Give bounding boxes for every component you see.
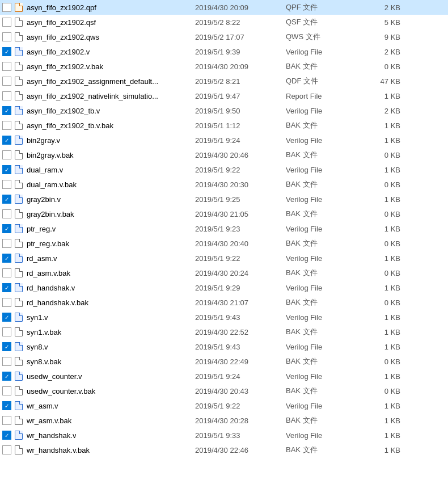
table-row[interactable]: asyn_fifo_zx1902.qws2019/5/2 17:07QWS 文件… [0,30,448,44]
table-row[interactable]: asyn_fifo_zx1902_assignment_default...20… [0,74,448,89]
file-checkbox[interactable] [2,62,11,71]
table-row[interactable]: ✓bin2gray.v2019/5/1 9:24Verilog File1 KB [0,133,448,148]
file-checkbox[interactable]: ✓ [2,47,11,56]
file-type: Verilog File [286,402,360,410]
table-row[interactable]: rd_asm.v.bak2019/4/30 20:24BAK 文件0 KB [0,266,448,280]
file-checkbox[interactable] [2,18,11,27]
file-checkbox[interactable]: ✓ [2,136,11,145]
file-size: 2 KB [360,48,405,56]
table-row[interactable]: asyn_fifo_zx1902.qpf2019/4/30 20:09QPF 文… [0,0,448,15]
file-checkbox[interactable]: ✓ [2,224,11,233]
file-type: Verilog File [286,225,360,233]
file-checkbox[interactable]: ✓ [2,313,11,322]
file-checkbox[interactable]: ✓ [2,254,11,263]
table-row[interactable]: ✓asyn_fifo_zx1902.v2019/5/1 9:39Verilog … [0,44,448,59]
file-name-col: asyn_fifo_zx1902_nativelink_simulatio... [2,91,195,101]
file-name: syn8.v [27,343,48,351]
file-name-col: wr_handshak.v.bak [2,445,195,455]
file-date: 2019/4/30 22:46 [195,446,286,454]
table-row[interactable]: wr_asm.v.bak2019/4/30 20:28BAK 文件1 KB [0,413,448,428]
file-checkbox[interactable]: ✓ [2,372,11,381]
file-checkbox[interactable] [2,268,11,277]
file-checkbox[interactable]: ✓ [2,106,11,115]
file-date: 2019/5/2 17:07 [195,33,286,41]
file-checkbox[interactable] [2,32,11,41]
file-type: Verilog File [286,195,360,204]
table-row[interactable]: ✓ptr_reg.v2019/5/1 9:23Verilog File1 KB [0,221,448,236]
table-row[interactable]: ✓rd_handshak.v2019/5/1 9:29Verilog File1… [0,280,448,295]
table-row[interactable]: syn8.v.bak2019/4/30 22:49BAK 文件0 KB [0,354,448,369]
file-size: 1 KB [360,225,405,233]
file-name-col: ✓asyn_fifo_zx1902_tb.v [2,106,195,116]
file-checkbox[interactable]: ✓ [2,431,11,440]
table-row[interactable]: ✓rd_asm.v2019/5/1 9:22Verilog File1 KB [0,251,448,266]
file-date: 2019/4/30 22:49 [195,357,286,366]
file-checkbox[interactable] [2,121,11,130]
table-row[interactable]: ✓asyn_fifo_zx1902_tb.v2019/5/1 9:50Veril… [0,103,448,118]
file-checkbox[interactable]: ✓ [2,401,11,410]
file-checkbox[interactable] [2,327,11,336]
file-checkbox[interactable]: ✓ [2,283,11,292]
file-checkbox[interactable]: ✓ [2,165,11,174]
file-icon [14,238,24,249]
file-size: 9 KB [360,33,405,41]
file-date: 2019/4/30 20:09 [195,3,286,12]
table-row[interactable]: ptr_reg.v.bak2019/4/30 20:40BAK 文件0 KB [0,236,448,251]
table-row[interactable]: dual_ram.v.bak2019/4/30 20:30BAK 文件0 KB [0,177,448,192]
file-checkbox[interactable] [2,77,11,86]
table-row[interactable]: ✓dual_ram.v2019/5/1 9:22Verilog File1 KB [0,162,448,177]
file-icon [14,342,24,352]
file-checkbox[interactable] [2,91,11,100]
file-name: rd_handshak.v [27,284,75,292]
table-row[interactable]: asyn_fifo_zx1902.qsf2019/5/2 8:22QSF 文件5… [0,15,448,30]
table-row[interactable]: ✓gray2bin.v2019/5/1 9:25Verilog File1 KB [0,192,448,207]
file-checkbox[interactable] [2,386,11,395]
file-size: 1 KB [360,446,405,454]
file-type: BAK 文件 [286,297,360,308]
file-name: syn1.v [27,313,48,322]
file-checkbox[interactable] [2,209,11,218]
table-row[interactable]: ✓usedw_counter.v2019/5/1 9:24Verilog Fil… [0,369,448,384]
file-date: 2019/5/1 9:22 [195,166,286,174]
file-checkbox[interactable] [2,298,11,307]
table-row[interactable]: ✓syn8.v2019/5/1 9:43Verilog File1 KB [0,339,448,354]
table-row[interactable]: wr_handshak.v.bak2019/4/30 22:46BAK 文件1 … [0,443,448,457]
file-checkbox[interactable] [2,180,11,189]
table-row[interactable]: ✓wr_handshak.v2019/5/1 9:33Verilog File1… [0,428,448,443]
table-row[interactable]: asyn_fifo_zx1902_nativelink_simulatio...… [0,89,448,103]
file-date: 2019/4/30 20:30 [195,180,286,189]
file-date: 2019/5/1 9:25 [195,195,286,204]
file-size: 47 KB [360,77,405,86]
file-checkbox[interactable]: ✓ [2,342,11,351]
file-size: 5 KB [360,18,405,27]
table-row[interactable]: asyn_fifo_zx1902.v.bak2019/4/30 20:09BAK… [0,59,448,74]
file-list: asyn_fifo_zx1902.qpf2019/4/30 20:09QPF 文… [0,0,448,457]
file-icon [14,209,24,219]
table-row[interactable]: syn1.v.bak2019/4/30 22:52BAK 文件1 KB [0,325,448,339]
file-name: wr_handshak.v [27,431,76,440]
file-name-col: ✓syn8.v [2,342,195,352]
file-checkbox[interactable] [2,150,11,159]
table-row[interactable]: rd_handshak.v.bak2019/4/30 21:07BAK 文件0 … [0,295,448,310]
table-row[interactable]: ✓wr_asm.v2019/5/1 9:22Verilog File1 KB [0,398,448,413]
file-checkbox[interactable] [2,239,11,248]
file-checkbox[interactable]: ✓ [2,195,11,204]
file-name: asyn_fifo_zx1902.qws [27,33,99,41]
table-row[interactable]: asyn_fifo_zx1902_tb.v.bak2019/5/1 1:12BA… [0,118,448,133]
file-checkbox[interactable] [2,445,11,454]
table-row[interactable]: bin2gray.v.bak2019/4/30 20:46BAK 文件0 KB [0,148,448,162]
file-checkbox[interactable] [2,357,11,366]
table-row[interactable]: gray2bin.v.bak2019/4/30 21:05BAK 文件0 KB [0,207,448,221]
file-date: 2019/5/1 9:43 [195,313,286,322]
file-type: BAK 文件 [286,120,360,130]
table-row[interactable]: ✓syn1.v2019/5/1 9:43Verilog File1 KB [0,310,448,325]
file-size: 2 KB [360,3,405,12]
table-row[interactable]: usedw_counter.v.bak2019/4/30 20:43BAK 文件… [0,384,448,398]
file-checkbox[interactable] [2,3,11,12]
file-checkbox[interactable] [2,416,11,425]
file-icon [14,401,24,411]
file-name-col: asyn_fifo_zx1902.v.bak [2,61,195,71]
file-size: 0 KB [360,180,405,189]
file-name-col: ✓bin2gray.v [2,135,195,145]
file-icon [14,17,24,27]
